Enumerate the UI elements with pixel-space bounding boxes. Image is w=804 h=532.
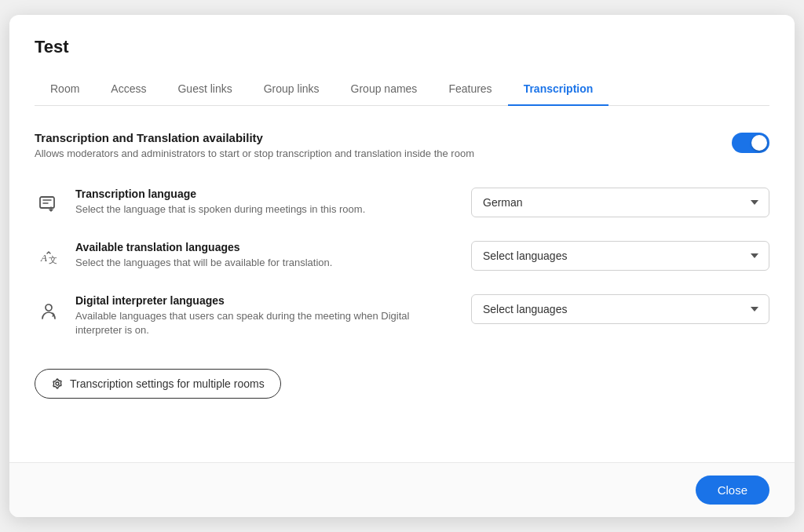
multi-rooms-button[interactable]: Transcription settings for multiple room… <box>35 369 281 399</box>
transcription-language-title: Transcription language <box>75 188 459 200</box>
availability-title: Transcription and Translation availabili… <box>35 131 474 144</box>
modal-body: Transcription and Translation availabili… <box>9 106 795 462</box>
translation-languages-desc: Select the languages that will be availa… <box>75 256 459 270</box>
availability-text: Transcription and Translation availabili… <box>35 131 474 159</box>
svg-rect-0 <box>40 197 54 208</box>
tab-room[interactable]: Room <box>35 73 95 106</box>
close-button[interactable]: Close <box>696 476 769 505</box>
setting-row-transcription-language: Transcription language Select the langua… <box>35 188 769 219</box>
interpreter-languages-icon <box>35 297 63 326</box>
interpreter-languages-control[interactable]: Select languages English French Spanish <box>471 294 769 324</box>
settings-icon <box>51 377 64 390</box>
availability-section: Transcription and Translation availabili… <box>35 131 769 159</box>
transcription-language-control[interactable]: German English French Spanish <box>471 188 769 217</box>
toggle-track[interactable] <box>732 133 769 153</box>
svg-point-3 <box>46 304 52 311</box>
translation-languages-title: Available translation languages <box>75 241 459 253</box>
interpreter-languages-info: Digital interpreter languages Available … <box>75 294 459 337</box>
setting-row-translation-languages: A 文 Available translation languages Sele… <box>35 241 769 272</box>
modal-footer: Close <box>9 462 795 517</box>
svg-point-4 <box>56 382 59 385</box>
multi-rooms-label: Transcription settings for multiple room… <box>70 377 265 390</box>
tab-group-names[interactable]: Group names <box>335 73 433 106</box>
toggle-thumb <box>751 135 767 151</box>
transcription-language-info: Transcription language Select the langua… <box>75 188 459 217</box>
translation-languages-select-wrapper[interactable]: Select languages English French Spanish <box>471 241 769 271</box>
tab-transcription[interactable]: Transcription <box>508 73 609 106</box>
page-title: Test <box>35 37 769 57</box>
interpreter-languages-select[interactable]: Select languages English French Spanish <box>471 294 769 324</box>
availability-description: Allows moderators and administrators to … <box>35 148 474 159</box>
interpreter-languages-title: Digital interpreter languages <box>75 294 459 307</box>
translation-languages-icon: A 文 <box>35 244 63 272</box>
svg-text:文: 文 <box>49 255 57 264</box>
svg-text:A: A <box>40 252 47 264</box>
transcription-language-desc: Select the language that is spoken durin… <box>75 202 459 217</box>
modal-header: Test RoomAccessGuest linksGroup linksGro… <box>9 15 795 106</box>
interpreter-languages-select-wrapper[interactable]: Select languages English French Spanish <box>471 294 769 324</box>
availability-toggle[interactable] <box>732 133 769 153</box>
modal: Test RoomAccessGuest linksGroup linksGro… <box>9 15 795 517</box>
settings-list: Transcription language Select the langua… <box>35 188 769 337</box>
tab-access[interactable]: Access <box>95 73 162 106</box>
translation-languages-info: Available translation languages Select t… <box>75 241 459 270</box>
translation-languages-select[interactable]: Select languages English French Spanish <box>471 241 769 271</box>
transcription-language-select[interactable]: German English French Spanish <box>471 188 769 217</box>
setting-row-interpreter-languages: Digital interpreter languages Available … <box>35 294 769 337</box>
translation-languages-control[interactable]: Select languages English French Spanish <box>471 241 769 271</box>
interpreter-languages-desc: Available languages that users can speak… <box>75 309 459 337</box>
tab-group-links[interactable]: Group links <box>248 73 335 106</box>
tab-features[interactable]: Features <box>433 73 507 106</box>
transcription-language-select-wrapper[interactable]: German English French Spanish <box>471 188 769 217</box>
tab-guest-links[interactable]: Guest links <box>162 73 247 106</box>
transcription-language-icon <box>35 191 63 219</box>
tab-bar: RoomAccessGuest linksGroup linksGroup na… <box>35 73 769 106</box>
